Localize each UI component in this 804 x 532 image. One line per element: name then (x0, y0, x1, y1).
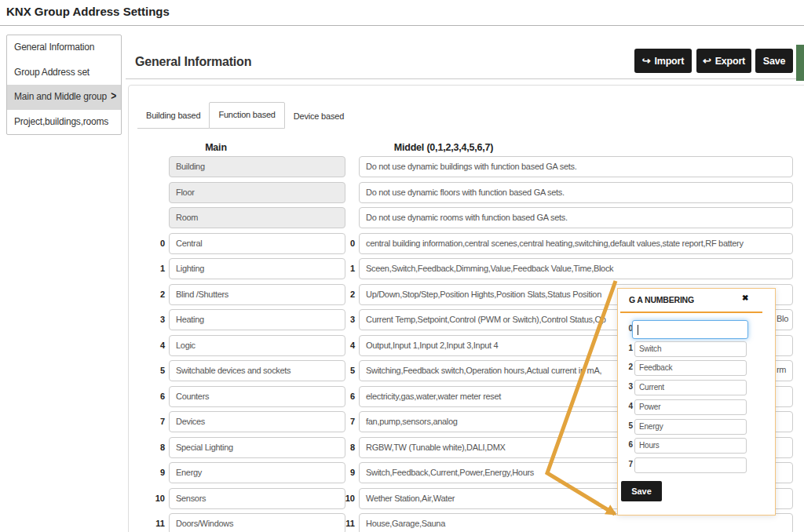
table-row: 11 Doors/Windows 11 House,Garage,Sauna (0, 513, 804, 532)
main-group-input[interactable]: Special Lighting (169, 437, 345, 458)
main-group-input[interactable]: Heating (169, 309, 345, 330)
main-row-number: 9 (146, 462, 165, 483)
middle-row-number: 2 (334, 284, 355, 305)
table-row: 1 Lighting 1 Sceen,Switch,Feedback,Dimmi… (0, 258, 804, 284)
middle-row-number (334, 207, 355, 228)
popup-title: G A NUMBERING (629, 295, 694, 304)
middle-row-number: 6 (334, 386, 355, 407)
middle-row-number: 4 (334, 335, 355, 356)
import-button[interactable]: ↪ Import (634, 49, 692, 73)
tab-device-based[interactable]: Device based (285, 106, 353, 129)
sidebar-item-label: Project,buildings,rooms (14, 116, 108, 127)
export-button-label: Export (715, 56, 745, 67)
green-edge-button[interactable] (796, 45, 804, 81)
save-button[interactable]: Save (755, 49, 793, 73)
main-row-number: 10 (146, 488, 165, 509)
sidebar-item-main-and-middle-group[interactable]: Main and Middle group > (7, 85, 121, 110)
main-group-input: Room (169, 207, 345, 228)
export-arrow-icon: ↩ (703, 56, 711, 66)
popup-field-input[interactable]: Feedback (634, 360, 747, 376)
main-group-input: Building (169, 156, 345, 177)
save-button-label: Save (763, 56, 785, 67)
main-group-input[interactable]: Doors/Windows (169, 513, 345, 532)
main-row-number: 0 (146, 233, 165, 254)
title-divider (0, 25, 804, 26)
main-group-input[interactable]: Counters (169, 386, 345, 407)
chevron-right-icon: > (111, 83, 116, 111)
middle-group-input[interactable]: Do not use dynamic floors with function … (359, 182, 793, 203)
popup-field-input[interactable]: Power (634, 399, 747, 415)
sidebar-item-general-information[interactable]: General Information (7, 35, 121, 60)
table-row: Building Do not use dynamic buildings wi… (0, 156, 804, 182)
main-group-input[interactable]: Logic (169, 335, 345, 356)
popup-field-input[interactable]: Hours (634, 438, 747, 454)
middle-row-number: 0 (334, 233, 355, 254)
sidebar-item-project-buildings-rooms[interactable]: Project,buildings,rooms (7, 110, 121, 135)
main-row-number: 5 (146, 360, 165, 381)
main-row-number (146, 182, 165, 203)
main-group-input[interactable]: Blind /Shutters (169, 284, 345, 305)
sidebar: General Information Group Address set Ma… (6, 35, 122, 135)
tab-building-based[interactable]: Building based (137, 105, 209, 129)
middle-row-number (334, 182, 355, 203)
middle-row-number: 10 (334, 488, 355, 509)
main-row-number: 11 (146, 513, 165, 532)
popup-field-input[interactable]: Energy (634, 419, 747, 435)
import-button-label: Import (655, 56, 685, 67)
tab-bar: Building based Function based Device bas… (137, 102, 353, 129)
popup-header: G A NUMBERING ✖ (618, 289, 775, 312)
heading-divider (126, 78, 804, 79)
middle-row-number: 5 (334, 360, 355, 381)
popup-field-number: 2 (618, 363, 633, 371)
popup-field-input[interactable] (634, 457, 747, 473)
export-button[interactable]: ↩ Export (696, 49, 751, 73)
sidebar-item-group-address-set[interactable]: Group Address set (7, 60, 121, 86)
main-group-input: Floor (169, 182, 345, 203)
middle-group-input[interactable]: House,Garage,Sauna (359, 513, 793, 532)
main-row-number (146, 156, 165, 177)
middle-text-fragment: rm (777, 360, 786, 381)
main-group-input[interactable]: Energy (169, 462, 345, 483)
section-heading: General Information (135, 55, 251, 69)
popup-field-number: 6 (618, 440, 633, 449)
main-group-input[interactable]: Sensors (169, 488, 345, 509)
middle-row-number (334, 156, 355, 177)
popup-field-number: 0 (618, 324, 633, 333)
middle-group-input[interactable]: central building information,central sce… (359, 233, 793, 254)
main-group-input[interactable]: Central (169, 233, 345, 254)
middle-group-input[interactable]: Do not use dynamic rooms with function b… (359, 207, 793, 228)
popup-field-input[interactable] (632, 320, 748, 339)
main-group-input[interactable]: Devices (169, 411, 345, 432)
middle-row-number: 9 (334, 462, 355, 483)
middle-row-number: 1 (334, 258, 355, 279)
tab-function-based[interactable]: Function based (209, 102, 284, 129)
popup-field-input[interactable]: Current (634, 380, 747, 395)
main-row-number: 7 (146, 411, 165, 432)
sidebar-item-label: General Information (14, 42, 94, 53)
main-group-input[interactable]: Switchable devices and sockets (169, 360, 345, 381)
popup-field-number: 1 (618, 344, 633, 352)
main-row-number: 2 (146, 284, 165, 305)
main-group-input[interactable]: Lighting (169, 258, 345, 279)
popup-orange-divider (620, 312, 762, 313)
knx-group-address-settings-page: KNX Group Address Settings General Infor… (0, 0, 804, 532)
popup-field-input[interactable]: Switch (634, 341, 747, 357)
main-row-number (146, 207, 165, 228)
middle-row-number: 7 (334, 411, 355, 432)
popup-field-number: 7 (618, 460, 633, 468)
page-title: KNX Group Address Settings (6, 5, 170, 18)
popup-field-number: 5 (618, 421, 633, 430)
table-row: 0 Central 0 central building information… (0, 233, 804, 259)
middle-text-fragment: Blo (777, 309, 788, 330)
ga-numbering-popup: G A NUMBERING ✖ 0 1 Switch 2 Feedback 3 … (617, 288, 776, 516)
main-row-number: 1 (146, 258, 165, 279)
middle-group-input[interactable]: Do not use dynamic buildings with functi… (359, 156, 793, 177)
middle-group-input[interactable]: Sceen,Switch,Feedback,Dimming,Value,Feed… (359, 258, 793, 279)
middle-row-number: 11 (334, 513, 355, 532)
main-row-number: 8 (146, 437, 165, 458)
popup-save-button[interactable]: Save (621, 481, 662, 501)
table-row: Room Do not use dynamic rooms with funct… (0, 207, 804, 233)
close-icon[interactable]: ✖ (742, 293, 748, 302)
text-caret (638, 325, 638, 335)
column-header-main: Main (169, 142, 263, 153)
